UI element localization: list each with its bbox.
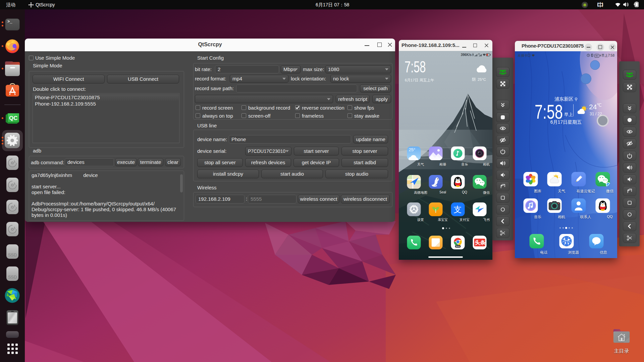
svg-text:QC: QC [9, 115, 18, 121]
svg-text:1G: 1G [478, 53, 480, 55]
svg-text:Beta: Beta [456, 245, 460, 247]
